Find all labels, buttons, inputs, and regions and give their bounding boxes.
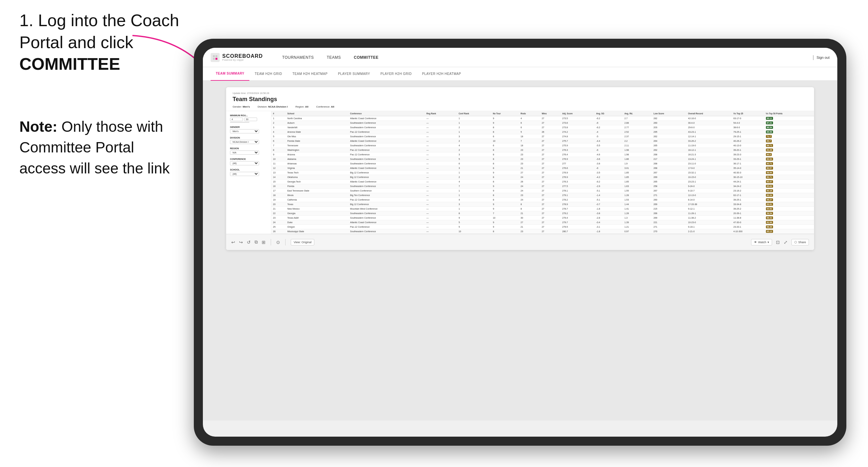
cell-rank: 12 (271, 166, 285, 170)
table-row: 3 Vanderbilt Southeastern Conference — 2… (271, 125, 814, 130)
rounds-slider[interactable] (230, 122, 249, 123)
gender-control: Gender Men's Women's (230, 126, 267, 133)
max-input[interactable] (244, 118, 257, 121)
school-select[interactable]: (All) (230, 172, 259, 176)
cell-pts: 60.3 (764, 152, 814, 157)
cell-rnds: 8 (519, 207, 540, 211)
app-nav: SCOREBOARD Powered by clippd TOURNAMENTS… (203, 48, 837, 67)
nav-items: TOURNAMENTS TEAMS COMMITTEE (276, 48, 813, 67)
cell-vs-top25: 11-38-8 (732, 216, 764, 220)
cell-conf-rank: 1 (457, 130, 491, 134)
cell-school: Oklahoma (285, 175, 348, 180)
copy-icon[interactable]: ⧉ (254, 239, 258, 245)
expand-icon[interactable]: ⤢ (784, 240, 787, 245)
cell-vs-top25: 44-24-1 (732, 180, 764, 184)
svg-rect-2 (215, 55, 217, 57)
nav-committee[interactable]: COMMITTEE (347, 48, 385, 67)
nav-tournaments[interactable]: TOURNAMENTS (276, 48, 320, 67)
cell-rank: 15 (271, 180, 285, 184)
table-row: 12 Virginia Atlantic Coast Conference — … (271, 166, 814, 170)
undo-icon[interactable]: ↩ (231, 240, 235, 245)
cell-no-tour: 9 (491, 207, 519, 211)
cell-vs-top25: 62-17-1 (732, 193, 764, 198)
clock-icon[interactable]: ⊙ (276, 240, 280, 245)
cell-adj-score: 279.5 (561, 225, 595, 229)
conference-select[interactable]: (All) (230, 161, 259, 165)
refresh-icon[interactable]: ↺ (247, 240, 251, 245)
cell-avg-sg: -1.8 (595, 229, 623, 234)
cell-overall: 12-13-0 (686, 193, 732, 198)
cell-conference: Southeastern Conference (348, 121, 425, 125)
sub-nav-player-h2h-heatmap[interactable]: PLAYER H2H HEATMAP (417, 67, 466, 81)
table-row: 20 Texas Big 12 Conference — 3 9 8 27 27… (271, 202, 814, 207)
cell-avg-sg: -3.5 (595, 170, 623, 175)
cell-adj-score: 278.9 (561, 202, 595, 207)
cell-vs-top25: 63-17-0 (732, 116, 764, 121)
cell-school: Vanderbilt (285, 125, 348, 130)
cell-rank: 19 (271, 198, 285, 202)
division-select[interactable]: NCAA Division I NCAA Division II NCAA Di… (230, 140, 259, 144)
cell-vs-top25: 39-25-2 (732, 207, 764, 211)
watch-btn[interactable]: 👁 Watch ▾ (751, 239, 772, 245)
cell-wins: 27 (540, 161, 561, 166)
cell-avg-sg: -3.8 (595, 161, 623, 166)
school-control: School (All) (230, 168, 267, 176)
col-wins: Wins (540, 111, 561, 116)
min-input[interactable] (230, 118, 243, 121)
cell-overall: 9-12-1 (686, 207, 732, 211)
gender-select[interactable]: Men's Women's (230, 129, 259, 133)
cell-pts: 68.71 (764, 144, 814, 148)
sub-nav-team-h2h-heatmap[interactable]: TEAM H2H HEATMAP (287, 67, 333, 81)
sub-nav-team-h2h-grid[interactable]: TEAM H2H GRID (249, 67, 287, 81)
table-row: 14 Oklahoma Big 12 Conference — 2 8 24 2… (271, 175, 814, 180)
table-row: 6 Florida State Atlantic Coast Conferenc… (271, 139, 814, 144)
col-low-score: Low Score (652, 111, 686, 116)
cell-conf-rank: 1 (457, 189, 491, 193)
redo-icon[interactable]: ↪ (239, 240, 243, 245)
cell-wins: 27 (540, 189, 561, 193)
cell-avg-sg2: 2.11 (623, 144, 652, 148)
more-icon[interactable]: ⊡ (776, 240, 780, 245)
sub-nav-player-summary[interactable]: PLAYER SUMMARY (333, 67, 375, 81)
sub-nav-team-summary[interactable]: TEAM SUMMARY (211, 67, 249, 81)
cell-overall: 17-33-38 (686, 202, 732, 207)
cell-avg-sg2: 1.53 (623, 198, 652, 202)
note-area: Note: Only those with Committee Portal a… (20, 116, 175, 179)
nav-teams[interactable]: TEAMS (320, 48, 348, 67)
cell-adj-score: 278.2 (561, 198, 595, 202)
tablet-frame: SCOREBOARD Powered by clippd TOURNAMENTS… (194, 39, 846, 446)
cell-rnds: 23 (519, 148, 540, 152)
cell-adj-score: 279.1 (561, 193, 595, 198)
cell-no-tour: 8 (491, 148, 519, 152)
cell-vs-top25: 40-30-3 (732, 170, 764, 175)
cell-adj-score: 273.5 (561, 116, 595, 121)
cell-avg-rd: 267 (652, 170, 686, 175)
sign-out[interactable]: Sign out (817, 56, 830, 59)
cell-avg-sg: -0.7 (595, 202, 623, 207)
logo-area: SCOREBOARD Powered by clippd (211, 53, 263, 62)
grid-icon[interactable]: ⊞ (262, 240, 266, 245)
cell-avg-sg2: 2.52 (623, 130, 652, 134)
region-select[interactable]: N/A (230, 151, 259, 155)
table-row: 22 Georgia Southeastern Conference — 8 7… (271, 211, 814, 216)
cell-avg-sg: -6 (595, 121, 623, 125)
cell-avg-rd: 262 (652, 148, 686, 152)
cell-conf-rank: 4 (457, 198, 491, 202)
cell-conf-rank: 3 (457, 166, 491, 170)
cell-reg-rank: — (425, 121, 457, 125)
sub-nav: TEAM SUMMARY TEAM H2H GRID TEAM H2H HEAT… (203, 67, 837, 81)
cell-conference: Atlantic Coast Conference (348, 166, 425, 170)
cell-vs-top25: 38-6-0 (732, 125, 764, 130)
gender-label: Gender: Men's (232, 105, 250, 108)
cell-avg-rd: 269 (652, 216, 686, 220)
cell-avg-sg2: 1.85 (623, 170, 652, 175)
view-original-btn[interactable]: View: Original (291, 239, 314, 245)
cell-adj-score: 276.3 (561, 148, 595, 152)
sub-nav-player-h2h-grid[interactable]: PLAYER H2H GRID (375, 67, 417, 81)
cell-avg-sg2: 1.21 (623, 225, 652, 229)
share-btn[interactable]: ⬡ Share (792, 239, 809, 245)
cell-adj-score: 275.9 (561, 144, 595, 148)
cell-conf-rank: 1 (457, 193, 491, 198)
cell-conference: Southeastern Conference (348, 211, 425, 216)
cell-reg-rank: — (425, 139, 457, 144)
